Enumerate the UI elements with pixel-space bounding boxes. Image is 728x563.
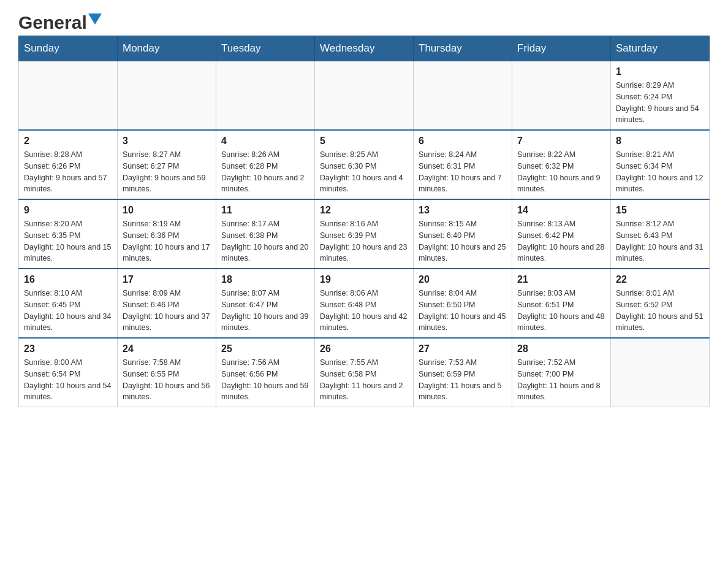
day-number: 7 bbox=[517, 136, 605, 147]
day-info: Sunrise: 8:17 AM Sunset: 6:38 PM Dayligh… bbox=[221, 218, 309, 264]
day-info: Sunrise: 8:06 AM Sunset: 6:48 PM Dayligh… bbox=[320, 288, 408, 334]
day-info: Sunrise: 8:16 AM Sunset: 6:39 PM Dayligh… bbox=[320, 218, 408, 264]
day-number: 28 bbox=[517, 343, 605, 354]
day-info: Sunrise: 8:03 AM Sunset: 6:51 PM Dayligh… bbox=[517, 288, 605, 334]
day-info: Sunrise: 8:00 AM Sunset: 6:54 PM Dayligh… bbox=[24, 357, 112, 403]
calendar-cell: 8Sunrise: 8:21 AM Sunset: 6:34 PM Daylig… bbox=[611, 130, 710, 199]
day-number: 27 bbox=[419, 343, 507, 354]
day-number: 8 bbox=[616, 136, 704, 147]
calendar-cell: 15Sunrise: 8:12 AM Sunset: 6:43 PM Dayli… bbox=[611, 199, 710, 269]
calendar-cell: 6Sunrise: 8:24 AM Sunset: 6:31 PM Daylig… bbox=[414, 130, 512, 199]
calendar-cell: 16Sunrise: 8:10 AM Sunset: 6:45 PM Dayli… bbox=[19, 269, 118, 338]
calendar-week-row: 23Sunrise: 8:00 AM Sunset: 6:54 PM Dayli… bbox=[19, 338, 710, 407]
day-info: Sunrise: 8:15 AM Sunset: 6:40 PM Dayligh… bbox=[419, 218, 507, 264]
calendar-cell bbox=[512, 61, 611, 131]
calendar-cell: 4Sunrise: 8:26 AM Sunset: 6:28 PM Daylig… bbox=[216, 130, 315, 199]
day-number: 21 bbox=[517, 274, 605, 285]
calendar-week-row: 9Sunrise: 8:20 AM Sunset: 6:35 PM Daylig… bbox=[19, 199, 710, 269]
calendar-cell: 28Sunrise: 7:52 AM Sunset: 7:00 PM Dayli… bbox=[512, 338, 611, 407]
day-info: Sunrise: 8:20 AM Sunset: 6:35 PM Dayligh… bbox=[24, 218, 112, 264]
calendar-cell: 13Sunrise: 8:15 AM Sunset: 6:40 PM Dayli… bbox=[414, 199, 512, 269]
day-number: 10 bbox=[123, 205, 211, 216]
day-number: 22 bbox=[616, 274, 704, 285]
calendar-cell: 20Sunrise: 8:04 AM Sunset: 6:50 PM Dayli… bbox=[414, 269, 512, 338]
day-number: 14 bbox=[517, 205, 605, 216]
calendar-cell bbox=[19, 61, 118, 131]
day-info: Sunrise: 8:22 AM Sunset: 6:32 PM Dayligh… bbox=[517, 149, 605, 195]
calendar-cell: 24Sunrise: 7:58 AM Sunset: 6:55 PM Dayli… bbox=[118, 338, 216, 407]
day-number: 4 bbox=[221, 136, 309, 147]
calendar-cell: 10Sunrise: 8:19 AM Sunset: 6:36 PM Dayli… bbox=[118, 199, 216, 269]
day-info: Sunrise: 8:01 AM Sunset: 6:52 PM Dayligh… bbox=[616, 288, 704, 334]
calendar-cell: 18Sunrise: 8:07 AM Sunset: 6:47 PM Dayli… bbox=[216, 269, 315, 338]
day-number: 5 bbox=[320, 136, 408, 147]
day-number: 25 bbox=[221, 343, 309, 354]
day-number: 16 bbox=[24, 274, 112, 285]
svg-marker-0 bbox=[88, 13, 102, 25]
day-number: 15 bbox=[616, 205, 704, 216]
day-number: 12 bbox=[320, 205, 408, 216]
day-number: 19 bbox=[320, 274, 408, 285]
calendar-cell bbox=[216, 61, 315, 131]
day-info: Sunrise: 7:56 AM Sunset: 6:56 PM Dayligh… bbox=[221, 357, 309, 403]
day-number: 24 bbox=[123, 343, 211, 354]
calendar-cell: 19Sunrise: 8:06 AM Sunset: 6:48 PM Dayli… bbox=[315, 269, 414, 338]
day-number: 2 bbox=[24, 136, 112, 147]
day-info: Sunrise: 7:55 AM Sunset: 6:58 PM Dayligh… bbox=[320, 357, 408, 403]
day-info: Sunrise: 8:27 AM Sunset: 6:27 PM Dayligh… bbox=[123, 149, 211, 195]
weekday-header-friday: Friday bbox=[512, 36, 611, 61]
calendar-cell: 11Sunrise: 8:17 AM Sunset: 6:38 PM Dayli… bbox=[216, 199, 315, 269]
calendar-cell: 21Sunrise: 8:03 AM Sunset: 6:51 PM Dayli… bbox=[512, 269, 611, 338]
day-info: Sunrise: 8:09 AM Sunset: 6:46 PM Dayligh… bbox=[123, 288, 211, 334]
calendar-cell bbox=[414, 61, 512, 131]
day-info: Sunrise: 8:26 AM Sunset: 6:28 PM Dayligh… bbox=[221, 149, 309, 195]
day-number: 6 bbox=[419, 136, 507, 147]
day-info: Sunrise: 8:10 AM Sunset: 6:45 PM Dayligh… bbox=[24, 288, 112, 334]
logo-general: General bbox=[18, 12, 87, 33]
day-number: 18 bbox=[221, 274, 309, 285]
page-header: General bbox=[18, 12, 710, 29]
day-info: Sunrise: 8:04 AM Sunset: 6:50 PM Dayligh… bbox=[419, 288, 507, 334]
day-info: Sunrise: 8:29 AM Sunset: 6:24 PM Dayligh… bbox=[616, 80, 704, 126]
calendar-cell: 1Sunrise: 8:29 AM Sunset: 6:24 PM Daylig… bbox=[611, 61, 710, 131]
calendar-cell bbox=[611, 338, 710, 407]
day-info: Sunrise: 7:52 AM Sunset: 7:00 PM Dayligh… bbox=[517, 357, 605, 403]
day-number: 26 bbox=[320, 343, 408, 354]
calendar-cell: 3Sunrise: 8:27 AM Sunset: 6:27 PM Daylig… bbox=[118, 130, 216, 199]
day-info: Sunrise: 8:28 AM Sunset: 6:26 PM Dayligh… bbox=[24, 149, 112, 195]
weekday-header-wednesday: Wednesday bbox=[315, 36, 414, 61]
day-number: 13 bbox=[419, 205, 507, 216]
calendar-cell: 27Sunrise: 7:53 AM Sunset: 6:59 PM Dayli… bbox=[414, 338, 512, 407]
day-info: Sunrise: 8:12 AM Sunset: 6:43 PM Dayligh… bbox=[616, 218, 704, 264]
logo: General bbox=[18, 12, 102, 29]
day-number: 9 bbox=[24, 205, 112, 216]
weekday-header-thursday: Thursday bbox=[414, 36, 512, 61]
calendar-cell: 12Sunrise: 8:16 AM Sunset: 6:39 PM Dayli… bbox=[315, 199, 414, 269]
calendar-cell bbox=[118, 61, 216, 131]
weekday-header-monday: Monday bbox=[118, 36, 216, 61]
calendar-cell: 5Sunrise: 8:25 AM Sunset: 6:30 PM Daylig… bbox=[315, 130, 414, 199]
calendar-cell: 25Sunrise: 7:56 AM Sunset: 6:56 PM Dayli… bbox=[216, 338, 315, 407]
weekday-header-tuesday: Tuesday bbox=[216, 36, 315, 61]
calendar-cell: 26Sunrise: 7:55 AM Sunset: 6:58 PM Dayli… bbox=[315, 338, 414, 407]
calendar-cell: 14Sunrise: 8:13 AM Sunset: 6:42 PM Dayli… bbox=[512, 199, 611, 269]
day-info: Sunrise: 8:24 AM Sunset: 6:31 PM Dayligh… bbox=[419, 149, 507, 195]
day-info: Sunrise: 7:58 AM Sunset: 6:55 PM Dayligh… bbox=[123, 357, 211, 403]
weekday-header-saturday: Saturday bbox=[611, 36, 710, 61]
day-info: Sunrise: 8:25 AM Sunset: 6:30 PM Dayligh… bbox=[320, 149, 408, 195]
day-info: Sunrise: 7:53 AM Sunset: 6:59 PM Dayligh… bbox=[419, 357, 507, 403]
calendar-week-row: 16Sunrise: 8:10 AM Sunset: 6:45 PM Dayli… bbox=[19, 269, 710, 338]
calendar-week-row: 2Sunrise: 8:28 AM Sunset: 6:26 PM Daylig… bbox=[19, 130, 710, 199]
calendar-cell: 9Sunrise: 8:20 AM Sunset: 6:35 PM Daylig… bbox=[19, 199, 118, 269]
weekday-header-sunday: Sunday bbox=[19, 36, 118, 61]
calendar-cell: 22Sunrise: 8:01 AM Sunset: 6:52 PM Dayli… bbox=[611, 269, 710, 338]
day-info: Sunrise: 8:13 AM Sunset: 6:42 PM Dayligh… bbox=[517, 218, 605, 264]
calendar-cell: 23Sunrise: 8:00 AM Sunset: 6:54 PM Dayli… bbox=[19, 338, 118, 407]
calendar-cell bbox=[315, 61, 414, 131]
weekday-header-row: SundayMondayTuesdayWednesdayThursdayFrid… bbox=[19, 36, 710, 61]
calendar-week-row: 1Sunrise: 8:29 AM Sunset: 6:24 PM Daylig… bbox=[19, 61, 710, 131]
day-info: Sunrise: 8:21 AM Sunset: 6:34 PM Dayligh… bbox=[616, 149, 704, 195]
day-number: 11 bbox=[221, 205, 309, 216]
calendar-cell: 7Sunrise: 8:22 AM Sunset: 6:32 PM Daylig… bbox=[512, 130, 611, 199]
calendar-table: SundayMondayTuesdayWednesdayThursdayFrid… bbox=[18, 36, 710, 407]
